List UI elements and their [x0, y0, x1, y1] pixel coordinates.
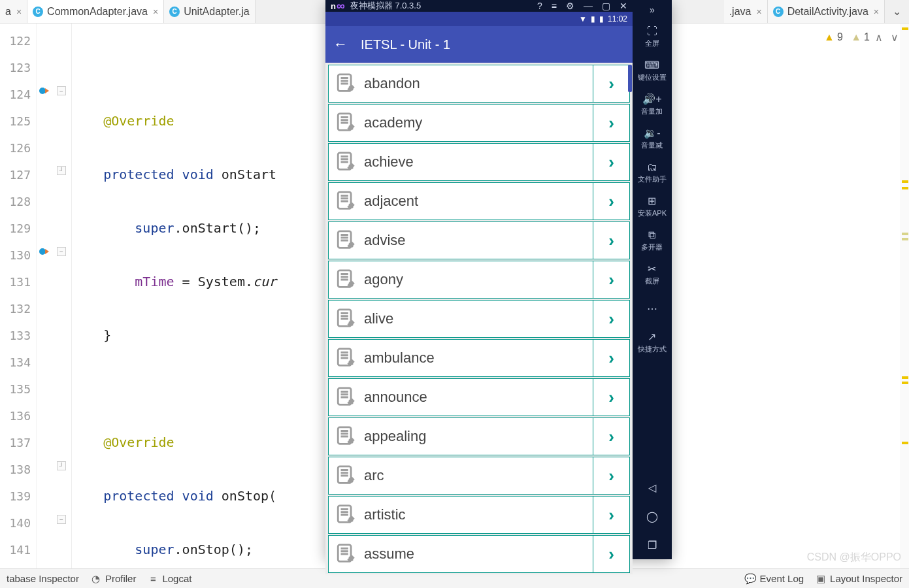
warning-marker[interactable]	[902, 382, 908, 384]
close-icon[interactable]: ✕	[620, 1, 627, 11]
word-detail-button[interactable]: ›	[593, 261, 629, 298]
close-icon[interactable]: ×	[16, 7, 22, 17]
nox-tool[interactable]: ✂截屏	[638, 257, 667, 291]
warning-marker[interactable]	[902, 187, 908, 189]
tab-partial-right[interactable]: .java×	[724, 0, 768, 23]
tab-unit-adapter[interactable]: CUnitAdapter.ja	[164, 0, 256, 23]
warning-marker[interactable]	[902, 27, 908, 30]
word-detail-button[interactable]: ›	[593, 105, 629, 141]
document-edit-icon	[334, 267, 359, 292]
label: tabase Inspector	[7, 573, 79, 584]
tool-icon: 🗂	[647, 161, 657, 173]
word-row[interactable]: arc›	[328, 457, 630, 495]
word-detail-button[interactable]: ›	[593, 183, 629, 220]
line-number: 140	[0, 510, 31, 536]
tabs-overflow-dropdown[interactable]: ⌄	[885, 5, 909, 18]
word-row[interactable]: achieve›	[328, 143, 630, 181]
android-recents-button[interactable]: ❐	[633, 531, 672, 559]
gear-icon[interactable]: ⚙	[566, 1, 574, 11]
word-row[interactable]: abandon›	[328, 65, 630, 103]
close-icon[interactable]: ×	[874, 7, 879, 17]
word-row[interactable]: advise›	[328, 221, 630, 259]
nox-tool[interactable]: 🗂文件助手	[638, 155, 667, 189]
nox-tool[interactable]: ⌨键位设置	[638, 54, 667, 88]
word-row[interactable]: academy›	[328, 104, 630, 142]
fold-collapse-icon[interactable]: −	[57, 247, 66, 256]
word-row[interactable]: alive›	[328, 300, 630, 338]
word-detail-button[interactable]: ›	[593, 65, 629, 102]
word-row[interactable]: assume›	[328, 535, 630, 573]
document-edit-icon	[334, 150, 359, 174]
java-class-icon: C	[33, 7, 43, 17]
word-detail-button[interactable]: ›	[593, 301, 629, 337]
close-icon[interactable]: ×	[756, 7, 761, 17]
fold-gutter[interactable]: − ┘ − ┘ −	[52, 24, 72, 568]
android-back-button[interactable]: ◁	[633, 473, 672, 502]
nox-tool[interactable]: ⛶全屏	[638, 20, 667, 54]
tool-label: 多开器	[641, 242, 663, 252]
close-icon[interactable]: ×	[153, 7, 158, 17]
back-icon[interactable]: ←	[333, 36, 348, 53]
word-row[interactable]: adjacent›	[328, 182, 630, 220]
warning-marker[interactable]	[902, 376, 908, 379]
word-detail-button[interactable]: ›	[593, 457, 629, 494]
tab-partial-left[interactable]: a×	[0, 0, 27, 23]
android-home-button[interactable]: ◯	[633, 502, 672, 531]
tab-label: UnitAdapter.ja	[184, 6, 250, 18]
nox-tool[interactable]: 🔊+音量加	[638, 88, 667, 122]
line-number: 137	[0, 429, 31, 456]
nox-tool[interactable]: 🔉-音量减	[638, 122, 667, 155]
fold-end-icon[interactable]: ┘	[57, 461, 66, 470]
tab-common-adapter[interactable]: CCommonAdapter.java×	[27, 0, 164, 23]
word-detail-button[interactable]: ›	[593, 379, 629, 416]
override-marker-icon[interactable]	[39, 86, 48, 95]
breakpoint-gutter[interactable]	[37, 24, 52, 568]
fold-end-icon[interactable]: ┘	[57, 166, 66, 175]
word-row[interactable]: appealing›	[328, 417, 630, 455]
nox-titlebar[interactable]: n∞ 夜神模拟器 7.0.3.5 ? ≡ ⚙ — ▢ ✕	[325, 0, 633, 12]
word-row[interactable]: artistic›	[328, 496, 630, 534]
maximize-icon[interactable]: ▢	[602, 1, 610, 11]
fold-collapse-icon[interactable]: −	[57, 515, 66, 524]
word-detail-button[interactable]: ›	[593, 340, 629, 376]
tool-label: 音量减	[641, 140, 663, 150]
word-detail-button[interactable]: ›	[593, 144, 629, 180]
logcat-tab[interactable]: ≡Logcat	[148, 573, 191, 584]
layout-inspector-tab[interactable]: ▣Layout Inspector	[816, 573, 902, 584]
override-marker-icon[interactable]	[39, 247, 48, 256]
nox-tool[interactable]: ⊞安装APK	[638, 189, 667, 223]
word-detail-button[interactable]: ›	[593, 222, 629, 259]
annotation: @Override	[103, 434, 174, 450]
minimize-icon[interactable]: —	[584, 1, 593, 11]
weak-warning-marker[interactable]	[902, 238, 908, 240]
database-inspector-tab[interactable]: tabase Inspector	[7, 573, 79, 584]
status-time: 11:02	[608, 14, 627, 24]
chevron-right-icon: ›	[608, 505, 614, 525]
event-log-tab[interactable]: 💬Event Log	[746, 573, 804, 584]
word-row[interactable]: agony›	[328, 261, 630, 299]
chevron-right-icon: ›	[608, 466, 614, 486]
word-list[interactable]: abandon›academy›achieve›adjacent›advise›…	[325, 63, 633, 574]
nox-tool[interactable]: ↗快捷方式	[638, 325, 667, 359]
warning-marker[interactable]	[902, 180, 908, 183]
tab-detail-activity[interactable]: CDetailActivity.java×	[768, 0, 885, 23]
error-stripe[interactable]	[900, 24, 909, 568]
fold-collapse-icon[interactable]: −	[57, 86, 66, 95]
word-detail-button[interactable]: ›	[593, 418, 629, 455]
word-label: artistic	[364, 506, 593, 523]
profiler-tab[interactable]: ◔Profiler	[91, 573, 137, 584]
code-text: .onStart();	[174, 220, 261, 236]
nox-tool[interactable]: ⋯	[638, 291, 667, 325]
warning-marker[interactable]	[902, 442, 908, 444]
weak-warning-marker[interactable]	[902, 233, 908, 235]
help-icon[interactable]: ?	[537, 1, 542, 11]
nox-version-label: 夜神模拟器 7.0.3.5	[350, 0, 421, 12]
sidebar-collapse-icon[interactable]: »	[633, 0, 672, 20]
word-row[interactable]: ambulance›	[328, 339, 630, 377]
word-detail-button[interactable]: ›	[593, 497, 629, 533]
menu-icon[interactable]: ≡	[552, 1, 557, 11]
word-detail-button[interactable]: ›	[593, 536, 629, 572]
scrollbar-thumb[interactable]	[628, 65, 632, 92]
nox-tool[interactable]: ⧉多开器	[638, 223, 667, 257]
word-row[interactable]: announce›	[328, 378, 630, 416]
